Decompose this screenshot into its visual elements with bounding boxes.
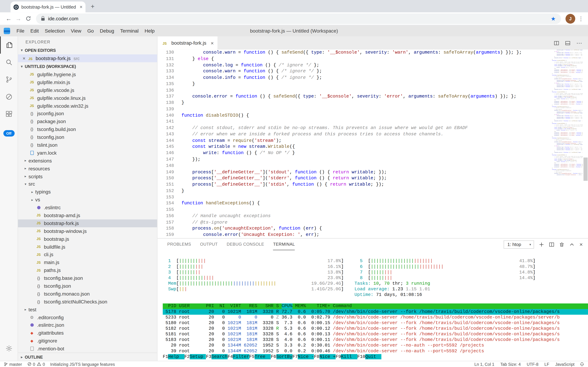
debug-icon[interactable]	[0, 88, 18, 105]
problems-indicator[interactable]: 0 0	[27, 362, 45, 366]
panel-tab-problems[interactable]: PROBLEMS	[167, 239, 191, 250]
new-tab-button[interactable]: +	[88, 2, 98, 12]
tree-folder-src[interactable]: ▾src	[18, 180, 157, 188]
menu-item-debug[interactable]: Debug	[97, 28, 117, 34]
menu-item-terminal[interactable]: Terminal	[117, 28, 142, 34]
minimap-line: // Handle uncaught exceptions	[552, 170, 583, 172]
tree-file-cli-js[interactable]: JScli.js	[18, 251, 157, 259]
panel-tab-output[interactable]: OUTPUT	[200, 239, 218, 250]
extensions-icon[interactable]	[0, 105, 18, 123]
tree-file-yarn-lock[interactable]: yarn.lock	[18, 149, 157, 157]
close-icon[interactable]: ×	[21, 56, 27, 61]
editor-scrollbar[interactable]	[583, 158, 588, 181]
code-editor[interactable]: 1301311321331341351361371381391401411421…	[157, 50, 588, 238]
tree-item-label: main.js	[44, 260, 59, 265]
menu-item-selection[interactable]: Selection	[42, 28, 68, 34]
tree-file-tslint-json[interactable]: {}tslint.json	[18, 141, 157, 149]
tree-file-tsconfig-base-json[interactable]: {}tsconfig.base.json	[18, 274, 157, 282]
outline-header[interactable]: ▸ OUTLINE	[18, 353, 157, 361]
settings-gear-icon[interactable]	[0, 340, 18, 357]
status-utf-8[interactable]: UTF-8	[527, 362, 538, 366]
minimap-line: console.info = function () { /* ignore *…	[552, 86, 583, 88]
branch-indicator[interactable]: master	[4, 362, 22, 366]
editor-tab[interactable]: JS bootstrap-fork.js ×	[157, 36, 218, 50]
tree-file-eslintrc-json[interactable]: .eslintrc.json	[18, 321, 157, 329]
menu-item-go[interactable]: Go	[84, 28, 97, 34]
tree-file-gulpfile-vscode-win32-js[interactable]: JSgulpfile.vscode.win32.js	[18, 102, 157, 110]
tree-file-bootstrap-fork-js[interactable]: JSbootstrap-fork.js	[18, 219, 157, 227]
status-ln-1-col-1[interactable]: Ln 1, Col 1	[474, 362, 494, 366]
panel-tab-debug-console[interactable]: DEBUG CONSOLE	[227, 239, 264, 250]
panel-tab-terminal[interactable]: TERMINAL	[273, 239, 295, 250]
tree-file-bootstrap-js[interactable]: JSbootstrap.js	[18, 235, 157, 243]
back-icon[interactable]: ←	[4, 14, 14, 24]
address-bar[interactable]: ide.coder.com ★	[36, 13, 561, 24]
tree-file-tsconfig-json[interactable]: {}tsconfig.json	[18, 133, 157, 141]
status-javascript[interactable]: JavaScript	[555, 362, 574, 366]
minimap-line: }	[552, 105, 583, 106]
status-lf[interactable]: LF	[544, 362, 549, 366]
browser-menu-icon[interactable]: ⋮	[578, 15, 584, 22]
refresh-icon[interactable]	[23, 14, 33, 24]
terminal-output[interactable]: 1 [|||||||||| 17.8%] 5 [||||||||||||||||…	[157, 250, 588, 361]
tree-file-gulpfile-vscode-linux-js[interactable]: JSgulpfile.vscode.linux.js	[18, 94, 157, 102]
tree-file-mention-bot[interactable]: .mention-bot	[18, 345, 157, 353]
tree-file-jsconfig-json[interactable]: {}jsconfig.json	[18, 110, 157, 117]
tree-file-gitattributes[interactable]: ◆.gitattributes	[18, 329, 157, 337]
menu-item-file[interactable]: File	[14, 28, 27, 34]
code-line: const stream = require('stream');	[182, 138, 588, 144]
forward-icon[interactable]: →	[14, 14, 23, 24]
tree-file-tsconfig-build-json[interactable]: {}tsconfig.build.json	[18, 125, 157, 133]
tree-file-paths-js[interactable]: JSpaths.js	[18, 267, 157, 274]
tree-file-eslintrc[interactable]: .eslintrc	[18, 204, 157, 212]
workspace-header[interactable]: ▾ UNTITLED (WORKSPACE)	[18, 62, 157, 71]
new-terminal-icon[interactable]	[539, 242, 544, 247]
close-panel-icon[interactable]: ×	[580, 242, 583, 247]
source-control-icon[interactable]	[0, 71, 18, 88]
search-icon[interactable]	[0, 54, 18, 71]
minimap[interactable]: console.warn = function () { safeSend({ …	[551, 50, 583, 238]
tree-folder-scripts[interactable]: ▸scripts	[18, 173, 157, 180]
tree-folder-extensions[interactable]: ▸extensions	[18, 157, 157, 165]
split-editor-icon[interactable]	[554, 40, 559, 46]
json-file-icon: {}	[29, 127, 35, 132]
terminal-picker[interactable]: 1: htop ▾	[504, 240, 534, 249]
tree-file-tsconfig-strictnullchecks-json[interactable]: {}tsconfig.strictNullChecks.json	[18, 298, 157, 306]
tree-file-gulpfile-mixin-js[interactable]: JSgulpfile.mixin.js	[18, 78, 157, 86]
more-actions-icon[interactable]: ⋯	[576, 40, 582, 46]
explorer-icon[interactable]	[0, 36, 18, 54]
tree-file-gitignore[interactable]: ◆.gitignore	[18, 337, 157, 345]
tree-folder-test[interactable]: ▸test	[18, 306, 157, 313]
off-badge[interactable]: Off	[3, 130, 14, 136]
chevron-right-icon: ▸	[29, 198, 35, 201]
maximize-panel-icon[interactable]	[569, 242, 574, 247]
browser-tab[interactable]: bootstrap-fork.js — Untitled (W ×	[10, 1, 85, 12]
tree-file-bootstrap-amd-js[interactable]: JSbootstrap-amd.js	[18, 211, 157, 219]
layout-icon[interactable]	[565, 40, 570, 46]
kill-terminal-icon[interactable]	[559, 242, 564, 247]
avatar[interactable]: J	[565, 14, 575, 24]
tree-file-editorconfig[interactable]: ⚙.editorconfig	[18, 313, 157, 321]
status-tab-size-4[interactable]: Tab Size: 4	[500, 362, 521, 366]
open-editor-item[interactable]: × JS bootstrap-fork.js src	[18, 54, 157, 62]
tab-close-icon[interactable]: ×	[80, 5, 83, 9]
split-terminal-icon[interactable]	[549, 242, 555, 247]
tree-file-main-js[interactable]: JSmain.js	[18, 259, 157, 267]
tree-folder-resources[interactable]: ▸resources	[18, 165, 157, 173]
tree-file-gulpfile-hygiene-js[interactable]: JSgulpfile.hygiene.js	[18, 71, 157, 78]
tree-file-tsconfig-json[interactable]: {}tsconfig.json	[18, 282, 157, 290]
menu-item-edit[interactable]: Edit	[27, 28, 42, 34]
menu-item-help[interactable]: Help	[142, 28, 158, 34]
menu-item-view[interactable]: View	[68, 28, 84, 34]
tree-file-package-json[interactable]: {}package.json	[18, 117, 157, 125]
bookmark-star-icon[interactable]: ★	[551, 16, 556, 21]
open-editors-header[interactable]: ▾ OPEN EDITORS	[18, 46, 157, 54]
tree-file-tsconfig-monaco-json[interactable]: {}tsconfig.monaco.json	[18, 290, 157, 298]
tree-file-buildfile-js[interactable]: JSbuildfile.js	[18, 243, 157, 251]
tab-close-icon[interactable]: ×	[211, 40, 214, 46]
bell-icon[interactable]	[580, 362, 584, 366]
tree-file-bootstrap-window-js[interactable]: JSbootstrap-window.js	[18, 227, 157, 235]
tree-file-gulpfile-vscode-js[interactable]: JSgulpfile.vscode.js	[18, 86, 157, 94]
tree-folder-typings[interactable]: ▸typings	[18, 188, 157, 196]
tree-folder-vs[interactable]: ▸vs	[18, 196, 157, 204]
